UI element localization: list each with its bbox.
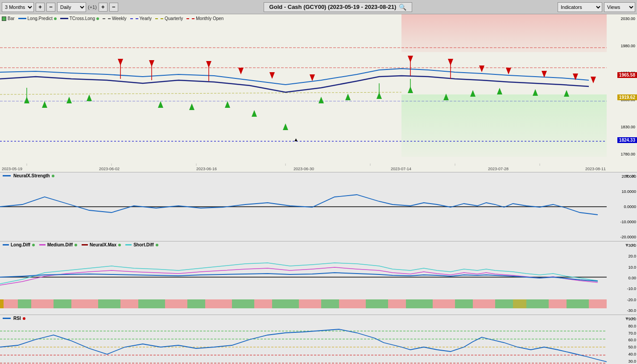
neuralx-y-n10: -10.0000 [607, 220, 636, 224]
indicators-select[interactable]: Indicators [558, 2, 602, 12]
svg-rect-78 [495, 299, 513, 308]
x-label-0728: 2023-07-28 [488, 167, 509, 171]
diff-y-n30: -30.0 [612, 308, 636, 313]
diff-y-10: 10.0 [612, 265, 636, 270]
svg-rect-58 [54, 299, 71, 308]
svg-rect-82 [567, 299, 589, 308]
svg-rect-74 [406, 299, 433, 308]
svg-rect-79 [513, 299, 526, 308]
inc-sub-btn[interactable]: − [109, 3, 118, 12]
x-label-0630: 2023-06-30 [294, 167, 314, 171]
diff-panel: Long.Diff Medium.Diff NeuralX.Max Short.… [0, 241, 637, 315]
interval-select[interactable]: Daily Weekly Monthly [57, 2, 86, 12]
svg-rect-0 [401, 14, 607, 52]
neuralx-y-20: 20.0000 [607, 174, 636, 179]
svg-rect-63 [165, 299, 187, 308]
rsi-y-40: 40.0 [612, 352, 636, 356]
price-chart[interactable]: Bar Long.Predict TCross.Long Weekly Year… [0, 14, 637, 172]
svg-rect-61 [120, 299, 138, 308]
svg-marker-33 [479, 65, 484, 72]
rsi-y-30: 30.0 [612, 359, 636, 364]
x-label-0519: 2023-05-19 [2, 167, 22, 171]
chart-title: Gold - Cash (GCY00) (2023-05-19 - 2023-0… [264, 2, 413, 12]
price-badge-1919: 1919.62 [617, 94, 637, 100]
rsi-y-50: 50.0 [612, 345, 636, 349]
svg-rect-59 [71, 299, 98, 308]
rsi-y-axis: 90.0 80.0 70.0 60.0 50.0 40.0 30.0 20.0 … [612, 315, 636, 364]
svg-rect-57 [31, 299, 54, 308]
y-label-2030: 2030.00 [607, 16, 637, 21]
svg-rect-64 [187, 299, 205, 308]
svg-rect-83 [589, 299, 607, 308]
svg-rect-60 [98, 299, 120, 308]
charts-container: Bar Long.Predict TCross.Long Weekly Year… [0, 14, 637, 364]
neuralx-svg [0, 172, 607, 241]
svg-rect-76 [455, 299, 473, 308]
svg-rect-69 [299, 299, 321, 308]
svg-marker-10 [87, 94, 92, 101]
svg-marker-9 [66, 97, 72, 103]
svg-rect-66 [232, 299, 254, 308]
svg-rect-71 [339, 299, 366, 308]
svg-rect-68 [272, 299, 299, 308]
y-label-1780: 1780.00 [607, 152, 637, 156]
svg-rect-65 [205, 299, 232, 308]
rsi-y-60: 60.0 [612, 338, 636, 342]
svg-rect-67 [254, 299, 272, 308]
svg-marker-15 [283, 123, 288, 130]
diff-y-20: 20.0 [612, 254, 636, 258]
svg-marker-28 [238, 68, 244, 74]
period-add-btn[interactable]: + [36, 3, 45, 12]
svg-rect-84 [0, 299, 4, 308]
svg-rect-70 [321, 299, 339, 308]
y-label-1980: 1980.00 [607, 44, 637, 48]
cursor-indicator[interactable]: ▲ [294, 137, 299, 142]
price-x-axis: 2023-05-19 2023-06-02 2023-06-16 2023-06… [2, 167, 606, 171]
rsi-y-70: 70.0 [612, 331, 636, 335]
neuralx-panel: NeuralX.Strength ▼ ✕ 20.0000 10.0000 0.0… [0, 172, 637, 241]
svg-marker-37 [591, 77, 596, 83]
period-select[interactable]: 3 Months 1 Month 6 Months [2, 2, 34, 12]
neuralx-y-0: 0.0000 [607, 204, 636, 209]
x-label-0616: 2023-06-16 [196, 167, 217, 171]
svg-rect-72 [366, 299, 388, 308]
diff-svg [0, 241, 607, 315]
x-label-0811: 2023-08-11 [585, 167, 606, 171]
x-ticks [27, 164, 540, 166]
toolbar: 3 Months 1 Month 6 Months + − Daily Week… [0, 0, 637, 14]
svg-rect-77 [473, 299, 495, 308]
svg-marker-12 [189, 103, 194, 110]
period-sub-btn[interactable]: − [46, 3, 55, 12]
neuralx-y-n20: -20.0000 [607, 235, 636, 239]
neuralx-y-10: 10.0000 [607, 189, 636, 194]
views-select[interactable]: Views [604, 2, 635, 12]
price-badge-1824: 1824.33 [617, 137, 637, 143]
price-badge-1965: 1965.58 [617, 72, 637, 78]
inc-add-btn[interactable]: + [99, 3, 108, 12]
rsi-y-80: 80.0 [612, 324, 636, 328]
svg-marker-22 [497, 88, 502, 94]
x-label-0714: 2023-07-14 [391, 167, 411, 171]
svg-rect-56 [18, 299, 31, 308]
diff-y-n10: -10.0 [612, 286, 636, 291]
sell-signals [118, 56, 596, 83]
rsi-panel: RSI ▼ ✕ 90.0 80.0 70.0 60.0 [0, 315, 637, 364]
svg-marker-16 [318, 97, 324, 103]
svg-marker-11 [158, 101, 163, 108]
price-chart-svg [0, 14, 607, 172]
svg-marker-24 [564, 90, 569, 97]
svg-marker-35 [542, 71, 547, 78]
neuralx-y-axis: 20.0000 10.0000 0.0000 -10.0000 -20.0000 [607, 172, 636, 241]
svg-marker-23 [533, 89, 538, 96]
svg-marker-13 [225, 101, 230, 108]
svg-marker-8 [42, 101, 47, 108]
x-label-0602: 2023-06-02 [99, 167, 120, 171]
search-icon[interactable]: 🔍 [399, 4, 406, 11]
svg-rect-80 [526, 299, 549, 308]
diff-y-0: 0.00 [612, 276, 636, 280]
rsi-y-90: 90.0 [612, 317, 636, 321]
diff-y-axis: 30.0 20.0 10.0 0.00 -10.0 -20.0 -30.0 [612, 241, 636, 315]
toolbar-right: Indicators Views [558, 2, 635, 12]
svg-marker-34 [506, 68, 511, 74]
svg-marker-17 [345, 94, 351, 100]
